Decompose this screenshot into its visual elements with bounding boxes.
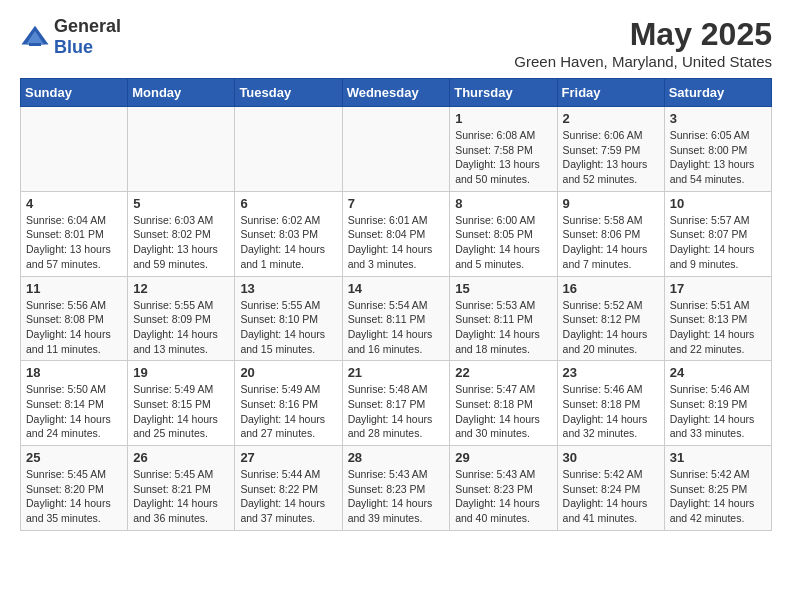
calendar-cell: 9Sunrise: 5:58 AM Sunset: 8:06 PM Daylig… bbox=[557, 191, 664, 276]
day-info: Sunrise: 6:06 AM Sunset: 7:59 PM Dayligh… bbox=[563, 128, 659, 187]
day-number: 27 bbox=[240, 450, 336, 465]
day-number: 9 bbox=[563, 196, 659, 211]
month-title: May 2025 bbox=[514, 16, 772, 53]
calendar-cell bbox=[128, 107, 235, 192]
day-info: Sunrise: 5:43 AM Sunset: 8:23 PM Dayligh… bbox=[348, 467, 445, 526]
day-number: 15 bbox=[455, 281, 551, 296]
day-number: 12 bbox=[133, 281, 229, 296]
calendar-table: SundayMondayTuesdayWednesdayThursdayFrid… bbox=[20, 78, 772, 531]
calendar-cell: 28Sunrise: 5:43 AM Sunset: 8:23 PM Dayli… bbox=[342, 446, 450, 531]
day-info: Sunrise: 5:53 AM Sunset: 8:11 PM Dayligh… bbox=[455, 298, 551, 357]
calendar-cell: 24Sunrise: 5:46 AM Sunset: 8:19 PM Dayli… bbox=[664, 361, 771, 446]
calendar-cell: 22Sunrise: 5:47 AM Sunset: 8:18 PM Dayli… bbox=[450, 361, 557, 446]
weekday-header-thursday: Thursday bbox=[450, 79, 557, 107]
day-info: Sunrise: 5:49 AM Sunset: 8:15 PM Dayligh… bbox=[133, 382, 229, 441]
day-number: 24 bbox=[670, 365, 766, 380]
day-info: Sunrise: 5:51 AM Sunset: 8:13 PM Dayligh… bbox=[670, 298, 766, 357]
weekday-header-sunday: Sunday bbox=[21, 79, 128, 107]
day-info: Sunrise: 5:44 AM Sunset: 8:22 PM Dayligh… bbox=[240, 467, 336, 526]
day-info: Sunrise: 6:04 AM Sunset: 8:01 PM Dayligh… bbox=[26, 213, 122, 272]
weekday-header-tuesday: Tuesday bbox=[235, 79, 342, 107]
calendar-cell: 15Sunrise: 5:53 AM Sunset: 8:11 PM Dayli… bbox=[450, 276, 557, 361]
day-number: 18 bbox=[26, 365, 122, 380]
weekday-header-wednesday: Wednesday bbox=[342, 79, 450, 107]
calendar-week-row: 4Sunrise: 6:04 AM Sunset: 8:01 PM Daylig… bbox=[21, 191, 772, 276]
day-number: 14 bbox=[348, 281, 445, 296]
day-info: Sunrise: 5:58 AM Sunset: 8:06 PM Dayligh… bbox=[563, 213, 659, 272]
page-header: General Blue May 2025 Green Haven, Maryl… bbox=[20, 16, 772, 70]
calendar-cell: 25Sunrise: 5:45 AM Sunset: 8:20 PM Dayli… bbox=[21, 446, 128, 531]
calendar-header: SundayMondayTuesdayWednesdayThursdayFrid… bbox=[21, 79, 772, 107]
day-info: Sunrise: 6:00 AM Sunset: 8:05 PM Dayligh… bbox=[455, 213, 551, 272]
day-number: 8 bbox=[455, 196, 551, 211]
day-number: 11 bbox=[26, 281, 122, 296]
logo: General Blue bbox=[20, 16, 121, 58]
calendar-week-row: 1Sunrise: 6:08 AM Sunset: 7:58 PM Daylig… bbox=[21, 107, 772, 192]
calendar-cell bbox=[235, 107, 342, 192]
calendar-cell: 7Sunrise: 6:01 AM Sunset: 8:04 PM Daylig… bbox=[342, 191, 450, 276]
day-info: Sunrise: 5:52 AM Sunset: 8:12 PM Dayligh… bbox=[563, 298, 659, 357]
calendar-cell: 31Sunrise: 5:42 AM Sunset: 8:25 PM Dayli… bbox=[664, 446, 771, 531]
day-number: 25 bbox=[26, 450, 122, 465]
calendar-cell: 13Sunrise: 5:55 AM Sunset: 8:10 PM Dayli… bbox=[235, 276, 342, 361]
day-info: Sunrise: 5:55 AM Sunset: 8:10 PM Dayligh… bbox=[240, 298, 336, 357]
day-number: 31 bbox=[670, 450, 766, 465]
day-info: Sunrise: 6:03 AM Sunset: 8:02 PM Dayligh… bbox=[133, 213, 229, 272]
day-info: Sunrise: 5:54 AM Sunset: 8:11 PM Dayligh… bbox=[348, 298, 445, 357]
day-info: Sunrise: 6:02 AM Sunset: 8:03 PM Dayligh… bbox=[240, 213, 336, 272]
day-number: 7 bbox=[348, 196, 445, 211]
day-number: 22 bbox=[455, 365, 551, 380]
calendar-cell: 4Sunrise: 6:04 AM Sunset: 8:01 PM Daylig… bbox=[21, 191, 128, 276]
calendar-cell: 30Sunrise: 5:42 AM Sunset: 8:24 PM Dayli… bbox=[557, 446, 664, 531]
calendar-week-row: 11Sunrise: 5:56 AM Sunset: 8:08 PM Dayli… bbox=[21, 276, 772, 361]
calendar-cell: 1Sunrise: 6:08 AM Sunset: 7:58 PM Daylig… bbox=[450, 107, 557, 192]
day-number: 16 bbox=[563, 281, 659, 296]
day-number: 23 bbox=[563, 365, 659, 380]
logo-blue-text: Blue bbox=[54, 37, 121, 58]
day-info: Sunrise: 5:48 AM Sunset: 8:17 PM Dayligh… bbox=[348, 382, 445, 441]
calendar-cell: 21Sunrise: 5:48 AM Sunset: 8:17 PM Dayli… bbox=[342, 361, 450, 446]
weekday-header-monday: Monday bbox=[128, 79, 235, 107]
calendar-cell: 29Sunrise: 5:43 AM Sunset: 8:23 PM Dayli… bbox=[450, 446, 557, 531]
calendar-cell: 12Sunrise: 5:55 AM Sunset: 8:09 PM Dayli… bbox=[128, 276, 235, 361]
day-number: 21 bbox=[348, 365, 445, 380]
day-info: Sunrise: 5:45 AM Sunset: 8:21 PM Dayligh… bbox=[133, 467, 229, 526]
day-info: Sunrise: 5:56 AM Sunset: 8:08 PM Dayligh… bbox=[26, 298, 122, 357]
logo-text: General Blue bbox=[54, 16, 121, 58]
calendar-cell: 10Sunrise: 5:57 AM Sunset: 8:07 PM Dayli… bbox=[664, 191, 771, 276]
calendar-cell: 2Sunrise: 6:06 AM Sunset: 7:59 PM Daylig… bbox=[557, 107, 664, 192]
calendar-cell: 5Sunrise: 6:03 AM Sunset: 8:02 PM Daylig… bbox=[128, 191, 235, 276]
calendar-cell: 26Sunrise: 5:45 AM Sunset: 8:21 PM Dayli… bbox=[128, 446, 235, 531]
day-number: 26 bbox=[133, 450, 229, 465]
day-info: Sunrise: 5:50 AM Sunset: 8:14 PM Dayligh… bbox=[26, 382, 122, 441]
day-number: 20 bbox=[240, 365, 336, 380]
day-info: Sunrise: 5:45 AM Sunset: 8:20 PM Dayligh… bbox=[26, 467, 122, 526]
day-number: 2 bbox=[563, 111, 659, 126]
logo-icon bbox=[20, 22, 50, 52]
day-info: Sunrise: 5:43 AM Sunset: 8:23 PM Dayligh… bbox=[455, 467, 551, 526]
day-number: 19 bbox=[133, 365, 229, 380]
day-info: Sunrise: 5:46 AM Sunset: 8:18 PM Dayligh… bbox=[563, 382, 659, 441]
day-info: Sunrise: 5:42 AM Sunset: 8:24 PM Dayligh… bbox=[563, 467, 659, 526]
calendar-cell: 20Sunrise: 5:49 AM Sunset: 8:16 PM Dayli… bbox=[235, 361, 342, 446]
calendar-week-row: 25Sunrise: 5:45 AM Sunset: 8:20 PM Dayli… bbox=[21, 446, 772, 531]
day-info: Sunrise: 5:46 AM Sunset: 8:19 PM Dayligh… bbox=[670, 382, 766, 441]
day-number: 17 bbox=[670, 281, 766, 296]
logo-general-text: General bbox=[54, 16, 121, 37]
calendar-cell: 23Sunrise: 5:46 AM Sunset: 8:18 PM Dayli… bbox=[557, 361, 664, 446]
day-number: 28 bbox=[348, 450, 445, 465]
day-number: 4 bbox=[26, 196, 122, 211]
svg-rect-2 bbox=[29, 43, 41, 46]
day-info: Sunrise: 5:55 AM Sunset: 8:09 PM Dayligh… bbox=[133, 298, 229, 357]
day-number: 30 bbox=[563, 450, 659, 465]
day-number: 3 bbox=[670, 111, 766, 126]
calendar-cell: 19Sunrise: 5:49 AM Sunset: 8:15 PM Dayli… bbox=[128, 361, 235, 446]
calendar-cell bbox=[342, 107, 450, 192]
calendar-cell: 14Sunrise: 5:54 AM Sunset: 8:11 PM Dayli… bbox=[342, 276, 450, 361]
day-number: 13 bbox=[240, 281, 336, 296]
calendar-cell: 11Sunrise: 5:56 AM Sunset: 8:08 PM Dayli… bbox=[21, 276, 128, 361]
calendar-cell: 16Sunrise: 5:52 AM Sunset: 8:12 PM Dayli… bbox=[557, 276, 664, 361]
location-text: Green Haven, Maryland, United States bbox=[514, 53, 772, 70]
day-number: 29 bbox=[455, 450, 551, 465]
calendar-body: 1Sunrise: 6:08 AM Sunset: 7:58 PM Daylig… bbox=[21, 107, 772, 531]
